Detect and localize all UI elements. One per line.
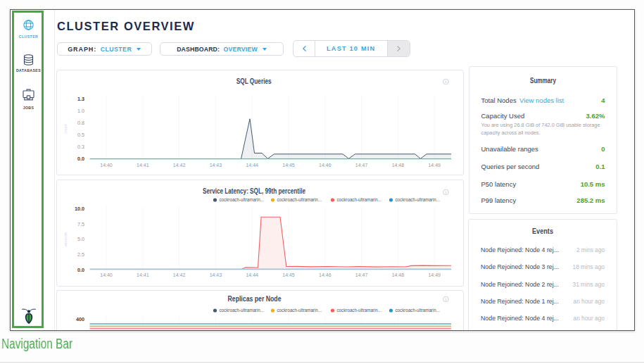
svg-text:0.3: 0.3 bbox=[77, 143, 84, 149]
svg-text:cockroach-ultramarin...: cockroach-ultramarin... bbox=[396, 197, 441, 202]
svg-text:14:43: 14:43 bbox=[210, 163, 222, 168]
svg-text:i: i bbox=[446, 297, 446, 301]
svg-text:14:42: 14:42 bbox=[173, 272, 186, 277]
svg-text:31 mins ago: 31 mins ago bbox=[572, 281, 605, 288]
svg-text:Summary: Summary bbox=[530, 76, 556, 84]
svg-text:Replicas per Node: Replicas per Node bbox=[228, 295, 282, 303]
svg-text:Queries per second: Queries per second bbox=[481, 162, 539, 170]
svg-text:400: 400 bbox=[76, 316, 84, 322]
svg-text:seconds: seconds bbox=[63, 232, 68, 246]
svg-text:cockroach-ultramarin...: cockroach-ultramarin... bbox=[220, 308, 265, 313]
svg-text:Total Nodes: Total Nodes bbox=[481, 96, 516, 103]
svg-text:7.5: 7.5 bbox=[77, 220, 84, 227]
svg-text:cockroach-ultramarin...: cockroach-ultramarin... bbox=[337, 308, 382, 313]
svg-text:14:46: 14:46 bbox=[319, 163, 332, 168]
svg-text:1.0: 1.0 bbox=[77, 107, 84, 113]
svg-text:0.0: 0.0 bbox=[77, 155, 84, 161]
svg-text:14:48: 14:48 bbox=[392, 272, 405, 277]
svg-text:0: 0 bbox=[601, 145, 605, 153]
svg-text:14:47: 14:47 bbox=[355, 272, 368, 277]
svg-text:0.1: 0.1 bbox=[595, 162, 605, 170]
svg-text:cockroach-ultramarin...: cockroach-ultramarin... bbox=[337, 197, 382, 202]
svg-text:14:45: 14:45 bbox=[282, 163, 295, 168]
svg-text:Node Rejoined: Node 4 rej...: Node Rejoined: Node 4 rej... bbox=[481, 246, 559, 253]
svg-text:cockroach-ultramarin...: cockroach-ultramarin... bbox=[277, 308, 322, 313]
svg-text:14:48: 14:48 bbox=[392, 163, 405, 168]
svg-text:14:40: 14:40 bbox=[100, 163, 113, 168]
svg-text:cockroach-ultramarin...: cockroach-ultramarin... bbox=[396, 308, 441, 313]
svg-text:14:46: 14:46 bbox=[319, 272, 332, 277]
svg-text:14:43: 14:43 bbox=[210, 272, 222, 277]
svg-text:0.0: 0.0 bbox=[77, 266, 84, 272]
svg-text:14:41: 14:41 bbox=[137, 163, 149, 168]
svg-text:P99 latency: P99 latency bbox=[481, 196, 516, 203]
svg-text:Unavailable ranges: Unavailable ranges bbox=[481, 145, 538, 153]
svg-text:10.5 ms: 10.5 ms bbox=[580, 180, 605, 187]
svg-text:2 mins ago: 2 mins ago bbox=[576, 246, 605, 253]
svg-text:2.5: 2.5 bbox=[77, 251, 84, 258]
svg-text:capacity across all nodes.: capacity across all nodes. bbox=[481, 130, 540, 136]
svg-text:an hour ago: an hour ago bbox=[573, 315, 605, 322]
svg-text:14:47: 14:47 bbox=[355, 163, 368, 168]
svg-text:14:45: 14:45 bbox=[282, 272, 295, 277]
svg-text:18 mins ago: 18 mins ago bbox=[572, 263, 605, 270]
svg-text:14:41: 14:41 bbox=[137, 272, 149, 277]
svg-text:Node Rejoined: Node 3 rej...: Node Rejoined: Node 3 rej... bbox=[481, 263, 559, 270]
svg-text:14:44: 14:44 bbox=[246, 163, 258, 168]
svg-text:an hour ago: an hour ago bbox=[573, 298, 605, 305]
svg-text:285.2 ms: 285.2 ms bbox=[576, 196, 605, 203]
svg-text:i: i bbox=[446, 190, 446, 194]
svg-text:Service Latency: SQL, 99th per: Service Latency: SQL, 99th percentile bbox=[203, 187, 305, 195]
svg-text:Events: Events bbox=[532, 227, 553, 235]
svg-text:14:44: 14:44 bbox=[246, 272, 258, 277]
svg-text:i: i bbox=[446, 80, 446, 84]
svg-text:10.0: 10.0 bbox=[75, 206, 84, 212]
svg-text:14:40: 14:40 bbox=[100, 272, 113, 277]
svg-text:cockroach-ultramarin...: cockroach-ultramarin... bbox=[220, 197, 265, 202]
svg-text:SQL Queries: SQL Queries bbox=[236, 77, 272, 85]
svg-text:You are using 26.8 GiB of 742.: You are using 26.8 GiB of 742.0 GiB usab… bbox=[481, 122, 600, 128]
svg-text:View nodes list: View nodes list bbox=[519, 96, 564, 103]
svg-text:14:49: 14:49 bbox=[428, 272, 441, 277]
svg-text:14:42: 14:42 bbox=[173, 163, 186, 168]
svg-text:count: count bbox=[63, 123, 68, 133]
svg-text:14:49: 14:49 bbox=[428, 163, 441, 168]
svg-text:cockroach-ultramarin...: cockroach-ultramarin... bbox=[277, 197, 322, 202]
svg-text:1.3: 1.3 bbox=[77, 95, 84, 101]
svg-text:Node Rejoined: Node 4 rej...: Node Rejoined: Node 4 rej... bbox=[481, 315, 559, 322]
svg-text:Capacity Used: Capacity Used bbox=[481, 112, 524, 120]
svg-text:0.8: 0.8 bbox=[77, 119, 84, 125]
svg-text:Node Rejoined: Node 2 rej...: Node Rejoined: Node 2 rej... bbox=[481, 281, 559, 288]
svg-text:Node Rejoined: Node 1 rej...: Node Rejoined: Node 1 rej... bbox=[481, 298, 559, 305]
svg-text:P50 latency: P50 latency bbox=[481, 180, 516, 187]
svg-text:4: 4 bbox=[601, 96, 605, 103]
svg-text:3.62%: 3.62% bbox=[586, 112, 605, 120]
svg-text:0.5: 0.5 bbox=[77, 131, 84, 137]
svg-text:5.0: 5.0 bbox=[77, 236, 84, 242]
